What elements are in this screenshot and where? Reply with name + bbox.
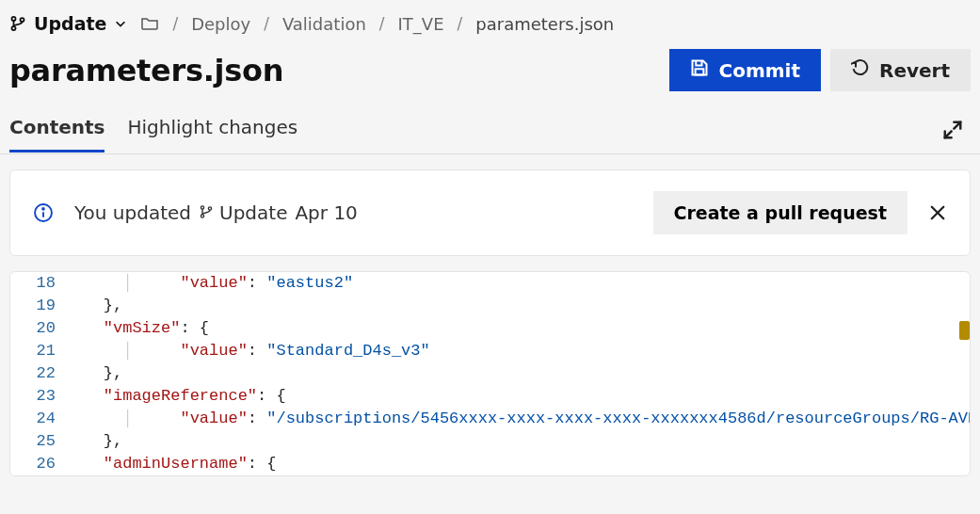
commit-button[interactable]: Commit [669, 49, 821, 91]
line-number: 21 [10, 340, 65, 362]
banner-prefix: You updated [74, 201, 191, 224]
branch-icon [9, 15, 26, 32]
breadcrumb-separator: / [172, 14, 178, 33]
code-line: 24 │ "value": "/subscriptions/5456xxxx-x… [10, 408, 970, 430]
banner-left: You updated Update Apr 10 [33, 201, 358, 224]
revert-button[interactable]: Revert [830, 49, 971, 91]
line-number: 25 [10, 430, 65, 453]
code-line: 25 }, [10, 430, 970, 453]
code-content[interactable]: "vmSize": { [65, 317, 970, 340]
create-pr-button[interactable]: Create a pull request [653, 191, 908, 234]
branch-selector[interactable]: Update [9, 13, 127, 34]
banner-branch-name: Update [219, 201, 287, 224]
line-number: 24 [10, 408, 65, 430]
code-content[interactable]: │ "value": "/subscriptions/5456xxxx-xxxx… [65, 408, 970, 430]
breadcrumb-bar: Update / Deploy / Validation / IT_VE / p… [0, 0, 980, 43]
breadcrumb-separator: / [458, 14, 463, 33]
info-icon [33, 202, 54, 223]
branch-icon [199, 201, 214, 224]
code-content[interactable]: "imageReference": { [65, 385, 970, 408]
svg-point-7 [201, 215, 203, 217]
branch-name: Update [34, 13, 106, 34]
code-line: 19 }, [10, 295, 970, 317]
tabs: Contents Highlight changes [9, 116, 297, 153]
folder-icon[interactable] [140, 15, 159, 32]
action-buttons: Commit Revert [669, 49, 971, 91]
code-line: 20 "vmSize": { [10, 317, 970, 340]
tabs-row: Contents Highlight changes [0, 91, 980, 154]
breadcrumb-item-2[interactable]: IT_VE [398, 14, 444, 34]
banner-date: Apr 10 [295, 201, 357, 224]
code-line: 21 │ "value": "Standard_D4s_v3" [10, 340, 970, 362]
chevron-down-icon [114, 17, 127, 30]
code-content[interactable]: }, [65, 295, 970, 317]
breadcrumb-separator: / [379, 14, 385, 33]
fullscreen-icon[interactable] [935, 114, 971, 153]
heading-row: parameters.json Commit Revert [0, 43, 980, 91]
breadcrumb-separator: / [264, 14, 269, 33]
tab-highlight-changes[interactable]: Highlight changes [127, 116, 297, 153]
code-content[interactable]: "adminUsername": { [65, 453, 970, 475]
code-content[interactable]: }, [65, 430, 970, 453]
banner-text: You updated Update Apr 10 [74, 201, 358, 224]
line-number: 26 [10, 453, 65, 475]
line-number: 22 [10, 362, 65, 385]
code-content[interactable]: │ "value": "eastus2" [65, 272, 970, 295]
code-content[interactable]: }, [65, 362, 970, 385]
line-number: 19 [10, 295, 65, 317]
svg-rect-3 [696, 69, 704, 74]
svg-point-6 [201, 206, 203, 209]
line-number: 18 [10, 272, 65, 295]
line-number: 23 [10, 385, 65, 408]
svg-point-8 [208, 207, 211, 210]
update-banner: You updated Update Apr 10 Create a pull … [9, 169, 971, 256]
commit-label: Commit [718, 59, 800, 82]
svg-point-0 [11, 17, 15, 21]
save-icon [690, 58, 709, 82]
code-line: 23 "imageReference": { [10, 385, 970, 408]
tab-contents[interactable]: Contents [9, 116, 104, 153]
code-line: 22 }, [10, 362, 970, 385]
svg-point-1 [11, 26, 15, 30]
page-title: parameters.json [9, 53, 283, 88]
scrollbar-thumb[interactable] [959, 321, 970, 340]
code-table: 18 │ "value": "eastus2"19 },20 "vmSize":… [10, 272, 970, 475]
undo-icon [851, 58, 870, 82]
code-viewer[interactable]: 18 │ "value": "eastus2"19 },20 "vmSize":… [9, 271, 971, 476]
close-icon[interactable] [928, 203, 947, 222]
code-content[interactable]: │ "value": "Standard_D4s_v3" [65, 340, 970, 362]
code-line: 26 "adminUsername": { [10, 453, 970, 475]
breadcrumb-item-3[interactable]: parameters.json [475, 14, 614, 34]
svg-point-2 [20, 18, 24, 22]
line-number: 20 [10, 317, 65, 340]
banner-branch[interactable]: Update [199, 201, 287, 224]
svg-point-5 [42, 208, 44, 210]
code-line: 18 │ "value": "eastus2" [10, 272, 970, 295]
banner-right: Create a pull request [653, 191, 947, 234]
breadcrumb-item-0[interactable]: Deploy [191, 14, 250, 34]
revert-label: Revert [879, 59, 950, 82]
breadcrumb-item-1[interactable]: Validation [282, 14, 366, 34]
